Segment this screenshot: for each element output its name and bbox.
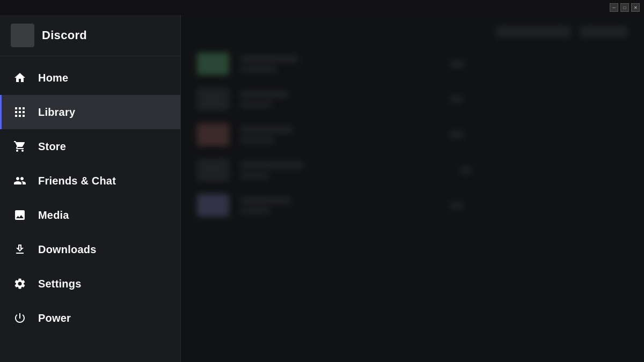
settings-icon	[12, 276, 27, 291]
maximize-button[interactable]: □	[620, 3, 629, 12]
home-icon	[12, 70, 27, 85]
media-icon	[12, 208, 27, 223]
blurred-thumb-5	[197, 194, 229, 217]
sidebar-item-store-label: Store	[38, 141, 66, 153]
title-bar: ─ □ ✕	[0, 0, 644, 15]
blurred-stat-5	[449, 202, 463, 209]
blurred-text-line-7	[240, 161, 304, 169]
sidebar-item-settings[interactable]: Settings	[0, 267, 180, 301]
blurred-row-1	[197, 49, 628, 78]
app-container: Discord Home Library	[0, 15, 644, 362]
blurred-text-line-8	[240, 172, 269, 179]
sidebar-header: Discord	[0, 15, 180, 56]
sidebar-item-power-label: Power	[38, 312, 71, 324]
blurred-text-line-4	[240, 101, 272, 108]
blurred-text-line-3	[240, 91, 288, 98]
blurred-text-line-1	[240, 55, 299, 63]
app-logo	[11, 24, 34, 47]
blurred-row-4	[197, 156, 628, 184]
blurred-stat-1	[449, 60, 465, 68]
sidebar-item-power[interactable]: Power	[0, 301, 180, 335]
blurred-text-line-5	[240, 126, 294, 134]
app-title: Discord	[42, 28, 87, 42]
blurred-row-2	[197, 85, 628, 114]
blurred-text-4	[240, 161, 304, 179]
blurred-text-5	[240, 197, 291, 214]
store-icon	[12, 139, 27, 154]
sidebar-item-settings-label: Settings	[38, 278, 82, 290]
title-bar-controls[interactable]: ─ □ ✕	[610, 3, 640, 12]
blurred-text-2	[240, 91, 288, 108]
blurred-header-item-2	[580, 26, 628, 38]
blurred-row-5	[197, 191, 628, 220]
blurred-thumb-1	[197, 53, 229, 75]
blurred-thumb-4	[197, 159, 229, 181]
downloads-icon	[12, 242, 27, 257]
minimize-button[interactable]: ─	[610, 3, 618, 12]
blurred-text-1	[240, 55, 299, 72]
blurred-thumb-2	[197, 88, 229, 110]
blurred-row-3	[197, 120, 628, 149]
sidebar-item-library-label: Library	[38, 106, 75, 119]
library-icon	[12, 105, 27, 120]
friends-icon	[12, 173, 27, 188]
blurred-text-line-2	[240, 66, 277, 72]
blurred-text-line-9	[240, 197, 291, 204]
sidebar-item-home-label: Home	[38, 72, 68, 84]
sidebar-nav: Home Library Store	[0, 56, 180, 362]
sidebar-item-media-label: Media	[38, 209, 69, 221]
sidebar-item-downloads[interactable]: Downloads	[0, 232, 180, 267]
blurred-overlay	[181, 15, 644, 362]
sidebar-item-library[interactable]: Library	[0, 95, 180, 129]
sidebar-item-friends-label: Friends & Chat	[38, 175, 116, 187]
sidebar-item-downloads-label: Downloads	[38, 243, 96, 256]
blurred-stat-4	[460, 166, 472, 174]
close-button[interactable]: ✕	[631, 3, 640, 12]
blurred-thumb-3	[197, 123, 229, 146]
blurred-text-3	[240, 126, 294, 143]
blurred-header	[197, 26, 628, 38]
blurred-header-item-1	[496, 26, 571, 38]
blurred-text-line-10	[240, 208, 271, 214]
sidebar: Discord Home Library	[0, 15, 181, 362]
main-content	[181, 15, 644, 362]
sidebar-item-media[interactable]: Media	[0, 198, 180, 232]
blurred-text-line-6	[240, 137, 275, 143]
power-icon	[12, 311, 27, 326]
sidebar-item-home[interactable]: Home	[0, 61, 180, 95]
sidebar-item-store[interactable]: Store	[0, 129, 180, 164]
sidebar-item-friends-chat[interactable]: Friends & Chat	[0, 164, 180, 198]
blurred-stat-2	[449, 95, 463, 103]
blurred-stat-3	[449, 131, 464, 138]
